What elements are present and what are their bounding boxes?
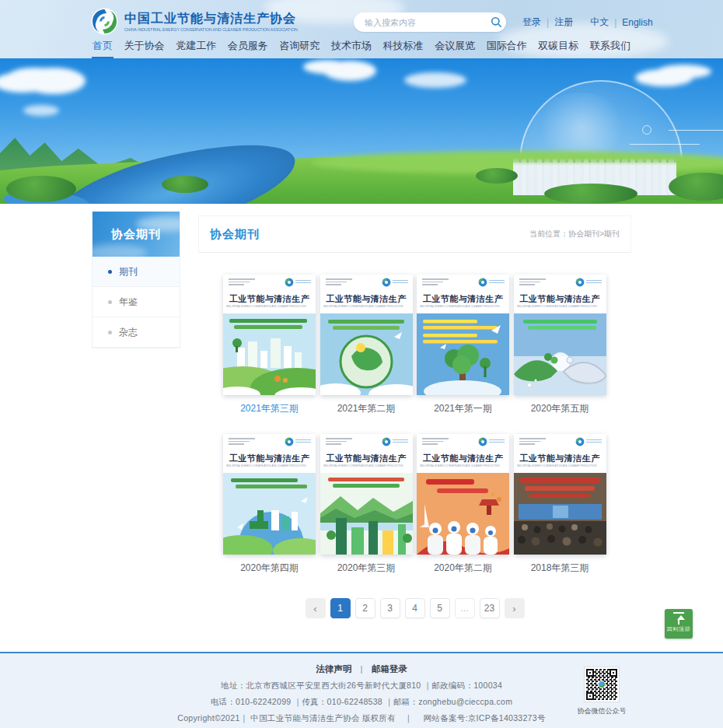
banner-cloud xyxy=(23,105,59,116)
journal-card[interactable]: 工业节能与清洁生产 INDUSTRIAL ENERGY CONSERVATION… xyxy=(223,434,316,575)
main-header: 协会期刊 当前位置：协会期刊>期刊 xyxy=(198,215,631,253)
search-icon[interactable] xyxy=(486,12,506,32)
journal-cover-header: 工业节能与清洁生产 INDUSTRIAL ENERGY CONSERVATION… xyxy=(320,434,413,473)
journal-card[interactable]: 工业节能与清洁生产 INDUSTRIAL ENERGY CONSERVATION… xyxy=(514,275,606,415)
top-links: 登录 | 注册 中文 | English xyxy=(522,16,653,29)
sidebar-item-label: 杂志 xyxy=(119,326,138,339)
nav-item-dual-carbon[interactable]: 双碳目标 xyxy=(537,37,579,58)
journal-card[interactable]: 工业节能与清洁生产 INDUSTRIAL ENERGY CONSERVATION… xyxy=(320,434,413,575)
nav-item-tech-market[interactable]: 技术市场 xyxy=(330,37,372,58)
wechat-qr-block: 协会微信公众号 xyxy=(575,667,628,716)
cover-microtext-decor xyxy=(519,438,546,446)
nav-item-home[interactable]: 首页 xyxy=(92,37,114,58)
journal-cover-header: 工业节能与清洁生产 INDUSTRIAL ENERGY CONSERVATION… xyxy=(514,275,606,313)
bush-decor xyxy=(544,184,637,204)
journal-cover: 工业节能与清洁生产 INDUSTRIAL ENERGY CONSERVATION… xyxy=(514,275,606,395)
journal-title: 工业节能与清洁生产 xyxy=(223,453,316,464)
sidebar-item-yearbook[interactable]: 年鉴 xyxy=(93,287,180,317)
cover-logo-icon xyxy=(285,437,311,446)
back-to-top-label: 回到顶部 xyxy=(667,625,690,633)
pagination-page-4[interactable]: 4 xyxy=(405,598,425,618)
sidebar-item-label: 期刊 xyxy=(119,265,138,278)
nav-item-consulting[interactable]: 咨询研究 xyxy=(278,37,320,58)
nav-item-standards[interactable]: 科技标准 xyxy=(382,37,424,58)
cover-microtext-decor xyxy=(422,438,449,446)
sidebar-item-journal[interactable]: 期刊 xyxy=(93,257,180,287)
pagination-prev-button[interactable]: ‹ xyxy=(306,598,326,618)
main-nav: 首页 关于协会 党建工作 会员服务 咨询研究 技术市场 科技标准 会议展览 国际… xyxy=(92,37,631,58)
journal-card[interactable]: 工业节能与清洁生产 INDUSTRIAL ENERGY CONSERVATION… xyxy=(417,275,509,415)
journal-title: 工业节能与清洁生产 xyxy=(320,453,413,464)
separator: | xyxy=(614,17,616,28)
brand-title: 中国工业节能与清洁生产协会 xyxy=(124,11,326,27)
search-input[interactable] xyxy=(354,18,486,27)
bush-decor xyxy=(6,176,76,202)
journal-title: 工业节能与清洁生产 xyxy=(514,293,606,305)
cover-microtext-decor xyxy=(326,438,352,446)
cover-illustration xyxy=(320,473,413,555)
journal-card[interactable]: 工业节能与清洁生产 INDUSTRIAL ENERGY CONSERVATION… xyxy=(223,275,316,415)
bush-decor xyxy=(476,168,518,184)
pagination-page-23[interactable]: 23 xyxy=(480,598,500,618)
back-to-top-button[interactable]: 回到顶部 xyxy=(665,609,693,639)
association-logo-icon xyxy=(90,7,119,36)
cover-logo-icon xyxy=(575,278,602,287)
nav-item-conference[interactable]: 会议展览 xyxy=(434,37,476,58)
journal-cover: 工业节能与清洁生产 INDUSTRIAL ENERGY CONSERVATION… xyxy=(417,434,509,555)
journal-title: 工业节能与清洁生产 xyxy=(223,293,316,305)
cover-logo-icon xyxy=(382,437,408,446)
journal-caption[interactable]: 2020年第四期 xyxy=(223,562,316,575)
page-title: 协会期刊 xyxy=(210,227,260,242)
journal-card[interactable]: 工业节能与清洁生产 INDUSTRIAL ENERGY CONSERVATION… xyxy=(514,434,606,575)
journal-cover-header: 工业节能与清洁生产 INDUSTRIAL ENERGY CONSERVATION… xyxy=(223,434,316,473)
register-link[interactable]: 注册 xyxy=(554,16,573,29)
journal-subtitle: INDUSTRIAL ENERGY CONSERVATION AND CLEAN… xyxy=(517,305,606,307)
journal-caption[interactable]: 2021年第二期 xyxy=(320,402,413,415)
login-link[interactable]: 登录 xyxy=(522,16,541,29)
lang-zh-link[interactable]: 中文 xyxy=(590,16,609,29)
mail-login-link[interactable]: 邮箱登录 xyxy=(372,664,407,674)
lang-en-link[interactable]: English xyxy=(622,17,652,28)
journal-subtitle: INDUSTRIAL ENERGY CONSERVATION AND CLEAN… xyxy=(420,305,508,307)
journal-cover: 工业节能与清洁生产 INDUSTRIAL ENERGY CONSERVATION… xyxy=(320,275,413,395)
arrow-up-icon xyxy=(673,612,684,624)
journal-cover-header: 工业节能与清洁生产 INDUSTRIAL ENERGY CONSERVATION… xyxy=(417,434,509,473)
banner-cloud xyxy=(8,68,62,85)
journal-caption[interactable]: 2018年第三期 xyxy=(514,562,606,575)
main-panel: 协会期刊 当前位置：协会期刊>期刊 工业节能与清洁生产 xyxy=(198,215,631,618)
journal-card[interactable]: 工业节能与清洁生产 INDUSTRIAL ENERGY CONSERVATION… xyxy=(417,434,509,575)
journal-caption[interactable]: 2021年第一期 xyxy=(417,402,509,415)
journal-caption[interactable]: 2021年第三期 xyxy=(223,402,316,415)
nav-item-international[interactable]: 国际合作 xyxy=(486,37,528,58)
pagination-page-1[interactable]: 1 xyxy=(330,598,351,618)
cover-microtext-decor xyxy=(229,278,255,287)
nav-item-party[interactable]: 党建工作 xyxy=(175,37,217,58)
pagination-page-5[interactable]: 5 xyxy=(430,598,450,618)
journal-cover-header: 工业节能与清洁生产 INDUSTRIAL ENERGY CONSERVATION… xyxy=(514,434,606,473)
cover-illustration xyxy=(514,473,606,555)
banner-cloud xyxy=(657,65,711,79)
pagination-next-button[interactable]: › xyxy=(505,598,525,618)
journal-card[interactable]: 工业节能与清洁生产 INDUSTRIAL ENERGY CONSERVATION… xyxy=(320,275,413,415)
legal-notice-link[interactable]: 法律声明 xyxy=(316,664,351,674)
page: 中国工业节能与清洁生产协会 CHINA INDUSTRIAL ENERGY CO… xyxy=(0,0,723,728)
journal-caption[interactable]: 2020年第二期 xyxy=(417,562,509,575)
nav-item-membership[interactable]: 会员服务 xyxy=(227,37,269,58)
bullet-icon xyxy=(108,270,112,274)
pagination-page-2[interactable]: 2 xyxy=(355,598,375,618)
sidebar-item-magazine[interactable]: 杂志 xyxy=(93,317,180,348)
cover-microtext-decor xyxy=(326,278,352,287)
journal-cover: 工业节能与清洁生产 INDUSTRIAL ENERGY CONSERVATION… xyxy=(417,275,509,395)
brand-logo[interactable]: 中国工业节能与清洁生产协会 CHINA INDUSTRIAL ENERGY CO… xyxy=(90,7,326,36)
journal-caption[interactable]: 2020年第五期 xyxy=(514,402,606,415)
breadcrumb: 当前位置：协会期刊>期刊 xyxy=(529,229,620,240)
nav-item-contact[interactable]: 联系我们 xyxy=(589,37,631,58)
nav-item-about[interactable]: 关于协会 xyxy=(124,37,166,58)
cover-logo-icon xyxy=(478,278,505,287)
pagination-page-3[interactable]: 3 xyxy=(380,598,400,618)
hero-banner xyxy=(0,58,723,204)
cover-illustration xyxy=(223,313,316,395)
journal-caption[interactable]: 2020年第三期 xyxy=(320,562,413,575)
circuit-line-decor xyxy=(669,130,723,131)
cover-logo-icon xyxy=(285,278,311,287)
